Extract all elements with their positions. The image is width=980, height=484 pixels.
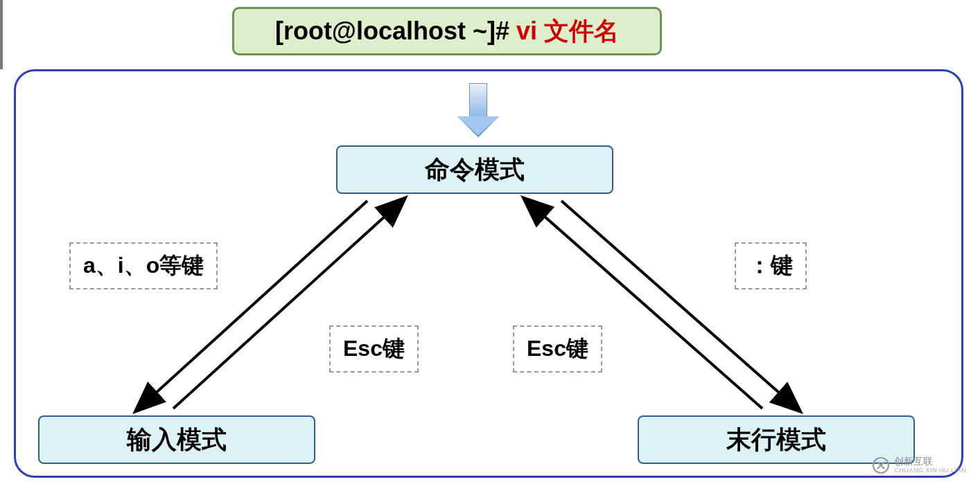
lastline-mode-label: 末行模式 <box>726 423 826 457</box>
left-border-decoration <box>0 0 3 69</box>
arrow-down-icon <box>457 83 499 138</box>
watermark-main-text: 创新互联 <box>894 456 966 467</box>
input-mode-box: 输入模式 <box>38 415 315 464</box>
input-mode-label: 输入模式 <box>127 423 227 457</box>
watermark-sub-text: CHUANG XIN HU LIAN <box>894 467 966 474</box>
command-mode-box: 命令模式 <box>336 145 613 194</box>
command-text: vi 文件名 <box>516 15 619 48</box>
esc-key-right-label: Esc键 <box>513 325 602 373</box>
esc-key-left-label: Esc键 <box>329 325 419 373</box>
command-mode-label: 命令模式 <box>425 153 525 187</box>
watermark: 创新互联 CHUANG XIN HU LIAN <box>872 456 966 474</box>
colon-key-label: ：键 <box>735 242 807 289</box>
watermark-logo-icon <box>872 456 890 474</box>
command-line-box: [root@localhost ~]# vi 文件名 <box>232 7 662 55</box>
command-prompt: [root@localhost ~]# <box>275 17 509 46</box>
aio-keys-label: a、i、o等键 <box>69 242 218 289</box>
